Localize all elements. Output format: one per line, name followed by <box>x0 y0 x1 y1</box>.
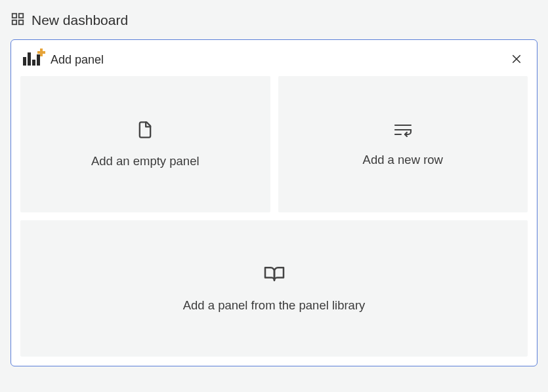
page-title: New dashboard <box>32 12 128 28</box>
book-open-icon <box>263 265 285 285</box>
add-new-row-button[interactable]: Add a new row <box>278 76 528 212</box>
close-button[interactable] <box>508 50 525 69</box>
page-header: New dashboard <box>11 10 537 39</box>
option-label: Add an empty panel <box>91 154 200 168</box>
dashboard-icon <box>11 12 25 29</box>
add-panel-widget: Add panel Add an emp <box>11 39 537 366</box>
add-empty-panel-button[interactable]: Add an empty panel <box>20 76 270 212</box>
file-icon <box>136 121 154 141</box>
add-panel-header: Add panel <box>20 48 528 76</box>
row-wrap-icon <box>393 122 413 140</box>
svg-rect-0 <box>12 14 16 18</box>
add-panel-title: Add panel <box>51 53 104 67</box>
option-label: Add a panel from the panel library <box>183 298 366 313</box>
add-panel-options: Add an empty panel Add a new row <box>20 76 528 357</box>
svg-rect-3 <box>19 20 23 24</box>
svg-rect-2 <box>12 20 16 24</box>
close-icon <box>511 53 522 67</box>
option-label: Add a new row <box>363 153 443 167</box>
svg-rect-1 <box>19 14 23 18</box>
add-library-panel-button[interactable]: Add a panel from the panel library <box>20 220 528 357</box>
bar-chart-plus-icon <box>23 52 45 68</box>
